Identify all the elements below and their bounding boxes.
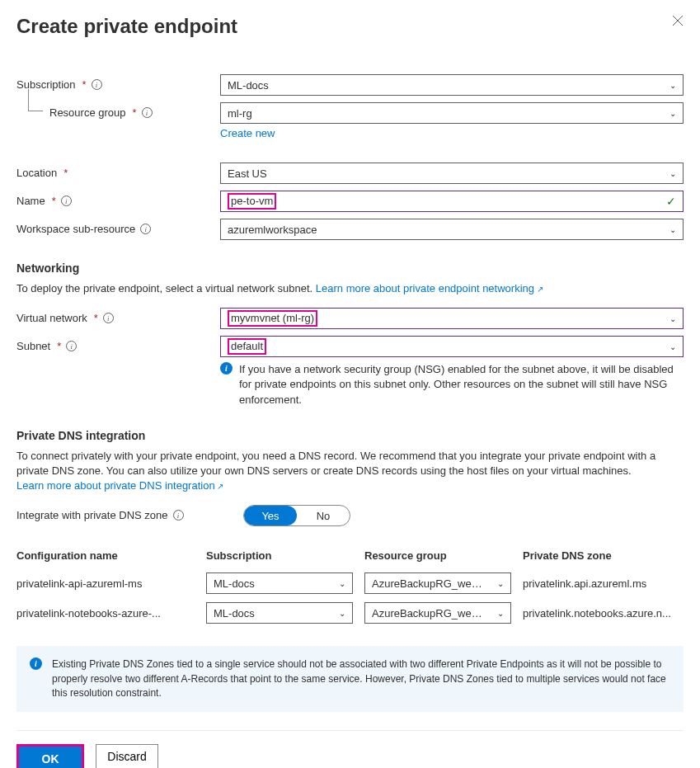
chevron-down-icon: ⌄ (669, 109, 676, 118)
ok-highlight: OK (16, 744, 84, 768)
ok-button[interactable]: OK (19, 747, 82, 768)
subscription-value: ML-docs (228, 79, 269, 92)
name-label: Name (16, 195, 45, 207)
required-icon: * (57, 340, 61, 352)
networking-desc: To deploy the private endpoint, select a… (16, 282, 316, 294)
dns-heading: Private DNS integration (16, 429, 684, 442)
row-rg-select[interactable]: AzureBackupRG_westus_1 ⌄ (364, 602, 511, 624)
chevron-down-icon: ⌄ (669, 314, 676, 323)
table-row: privatelink-api-azureml-ms ML-docs ⌄ Azu… (16, 568, 684, 598)
chevron-down-icon: ⌄ (497, 579, 504, 588)
dns-desc: To connect privately with your private e… (16, 450, 655, 477)
info-icon: i (220, 362, 233, 375)
resource-group-select[interactable]: ml-rg ⌄ (220, 102, 684, 124)
chevron-down-icon: ⌄ (669, 342, 676, 351)
resource-group-value: ml-rg (228, 107, 252, 120)
row-rg-value: AzureBackupRG_westus_1 (372, 607, 487, 620)
col-config: Configuration name (16, 549, 206, 562)
subnet-label: Subnet (16, 340, 50, 352)
chevron-down-icon: ⌄ (339, 579, 345, 588)
name-value: pe-to-vm (228, 193, 276, 210)
chevron-down-icon: ⌄ (339, 609, 345, 618)
create-new-link[interactable]: Create new (220, 127, 684, 139)
required-icon: * (94, 312, 98, 324)
page-title: Create private endpoint (16, 15, 237, 38)
toggle-yes[interactable]: Yes (244, 506, 297, 525)
checkmark-icon: ✓ (666, 195, 676, 208)
networking-learn-link[interactable]: Learn more about private endpoint networ… (316, 282, 543, 294)
required-icon: * (52, 195, 56, 207)
resource-group-label: Resource group (49, 106, 126, 119)
name-input[interactable]: pe-to-vm ✓ (220, 191, 684, 212)
subnet-value: default (228, 338, 266, 355)
table-header: Configuration name Subscription Resource… (16, 543, 684, 568)
subscription-label: Subscription (16, 78, 76, 91)
info-icon[interactable]: i (61, 196, 72, 206)
row-rg-value: AzureBackupRG_westus_1 (372, 577, 487, 590)
required-icon: * (63, 167, 68, 179)
info-icon[interactable]: i (173, 510, 184, 521)
row-rg-select[interactable]: AzureBackupRG_westus_1 ⌄ (364, 572, 511, 594)
chevron-down-icon: ⌄ (497, 609, 504, 618)
chevron-down-icon: ⌄ (669, 225, 676, 234)
dns-config-table: Configuration name Subscription Resource… (16, 543, 684, 628)
col-zone: Private DNS zone (523, 549, 684, 562)
info-icon[interactable]: i (103, 313, 114, 323)
table-row: privatelink-notebooks-azure-... ML-docs … (16, 598, 684, 628)
row-subscription-select[interactable]: ML-docs ⌄ (206, 572, 353, 594)
banner-text: Existing Private DNS Zones tied to a sin… (52, 657, 670, 700)
networking-heading: Networking (16, 261, 684, 275)
integrate-label: Integrate with private DNS zone (16, 509, 168, 521)
close-icon[interactable] (672, 15, 684, 29)
info-icon[interactable]: i (66, 341, 77, 351)
discard-button[interactable]: Discard (96, 744, 158, 768)
vnet-label: Virtual network (16, 312, 87, 324)
subscription-select[interactable]: ML-docs ⌄ (220, 74, 684, 96)
cell-config: privatelink-notebooks-azure-... (16, 607, 206, 620)
vnet-value: myvmvnet (ml-rg) (228, 310, 317, 327)
dns-learn-link[interactable]: Learn more about private DNS integration (16, 479, 223, 492)
dns-warning-banner: i Existing Private DNS Zones tied to a s… (16, 646, 684, 712)
location-label: Location (16, 167, 57, 179)
row-subscription-select[interactable]: ML-docs ⌄ (206, 602, 353, 624)
sub-resource-select[interactable]: azuremlworkspace ⌄ (220, 219, 684, 240)
info-icon[interactable]: i (142, 107, 153, 118)
location-value: East US (228, 167, 267, 180)
nsg-note: If you have a network security group (NS… (239, 362, 684, 408)
chevron-down-icon: ⌄ (669, 169, 676, 178)
subnet-select[interactable]: default ⌄ (220, 336, 684, 357)
col-rg: Resource group (364, 549, 523, 562)
vnet-select[interactable]: myvmvnet (ml-rg) ⌄ (220, 308, 684, 329)
row-subscription-value: ML-docs (214, 577, 255, 590)
cell-zone: privatelink.notebooks.azure.n... (523, 607, 684, 620)
col-subscription: Subscription (206, 549, 364, 562)
toggle-no[interactable]: No (297, 506, 350, 525)
cell-config: privatelink-api-azureml-ms (16, 577, 206, 590)
sub-resource-label: Workspace sub-resource (16, 223, 135, 235)
required-icon: * (82, 78, 87, 91)
chevron-down-icon: ⌄ (669, 81, 676, 90)
location-select[interactable]: East US ⌄ (220, 163, 684, 184)
sub-resource-value: azuremlworkspace (228, 224, 317, 236)
info-icon[interactable]: i (92, 79, 102, 90)
required-icon: * (133, 106, 137, 119)
integrate-toggle[interactable]: Yes No (243, 505, 350, 526)
info-icon[interactable]: i (140, 224, 151, 234)
row-subscription-value: ML-docs (214, 607, 255, 620)
info-icon: i (30, 657, 42, 670)
cell-zone: privatelink.api.azureml.ms (523, 577, 684, 590)
